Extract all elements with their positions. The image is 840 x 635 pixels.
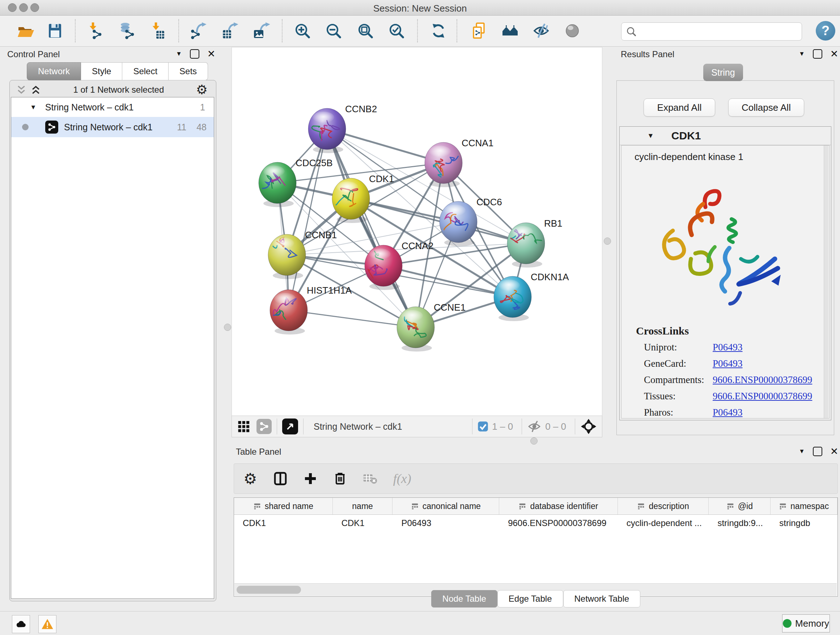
collapse-panel-icon[interactable]: ▼ — [799, 50, 805, 57]
collapse-panel-icon[interactable]: ▼ — [799, 448, 805, 455]
export-network-icon[interactable] — [190, 22, 208, 40]
tab-sets[interactable]: Sets — [169, 62, 208, 80]
show-columns-icon[interactable] — [273, 471, 287, 486]
network-node-cdc25b[interactable]: CDC25B — [259, 157, 333, 207]
collapse-entry-icon[interactable]: ▼ — [647, 132, 654, 140]
hide-selected-icon[interactable] — [532, 22, 550, 40]
network-node-ccnb2[interactable]: CCNB2 — [308, 103, 377, 153]
node-label: CDC6 — [477, 196, 502, 207]
network-node-ccne1[interactable]: CCNE1 — [397, 302, 466, 352]
collapse-all-button[interactable]: Collapse All — [728, 98, 804, 117]
node-label: CCNB1 — [305, 230, 337, 241]
table-options-gear-icon[interactable]: ⚙ — [243, 470, 257, 488]
crosslink-value[interactable]: P06493 — [713, 342, 829, 353]
float-panel-icon[interactable] — [190, 49, 199, 59]
open-session-icon[interactable] — [17, 22, 34, 40]
tab-node-table[interactable]: Node Table — [431, 590, 497, 608]
tab-select[interactable]: Select — [122, 62, 169, 80]
import-network-database-icon[interactable] — [118, 22, 135, 40]
crosslink-value[interactable]: 9606.ENSP00000378699 — [713, 391, 829, 402]
collapse-all-networks-icon[interactable] — [16, 84, 27, 95]
crosslink-row: Uniprot:P06493 — [622, 339, 829, 356]
table-cell[interactable]: cyclin-dependent ... — [618, 515, 709, 532]
tab-network-table[interactable]: Network Table — [563, 590, 641, 608]
table-cell[interactable]: CDK1 — [333, 515, 393, 532]
table-row[interactable]: CDK1CDK1P064939606.ENSP00000378699cyclin… — [234, 515, 837, 532]
import-table-file-icon[interactable] — [149, 22, 166, 40]
expand-all-button[interactable]: Expand All — [644, 98, 715, 117]
column-header-namespac[interactable]: namespac — [771, 498, 837, 515]
zoom-out-icon[interactable] — [325, 22, 342, 40]
cloud-button[interactable] — [12, 615, 30, 633]
zoom-selected-icon[interactable] — [388, 22, 405, 40]
refresh-view-icon[interactable] — [430, 22, 447, 40]
fit-content-crosshair-icon[interactable] — [580, 418, 597, 435]
search-input[interactable] — [639, 24, 802, 39]
tab-string[interactable]: String — [703, 64, 743, 81]
edge-count: 48 — [196, 122, 214, 133]
collapse-panel-icon[interactable]: ▼ — [176, 50, 182, 57]
close-panel-icon[interactable]: ✕ — [830, 448, 838, 455]
network-node-hist1h1a[interactable]: HIST1H1A — [270, 285, 352, 334]
grid-view-icon[interactable] — [238, 420, 251, 433]
function-builder-icon-disabled: f(x) — [393, 471, 411, 486]
clone-network-icon[interactable] — [470, 22, 488, 40]
left-splitter-handle[interactable] — [224, 324, 231, 331]
column-header-description[interactable]: description — [618, 498, 709, 515]
node-label: RB1 — [544, 218, 562, 229]
network-type-share-icon[interactable] — [256, 419, 272, 434]
tab-network[interactable]: Network — [27, 62, 81, 80]
column-header-name[interactable]: name — [333, 498, 393, 515]
memory-button[interactable]: Memory — [782, 614, 830, 632]
birdseye-view-icon[interactable] — [282, 418, 298, 434]
network-node-ccnb1[interactable]: CCNB1 — [263, 230, 337, 279]
network-graph[interactable]: CCNB2CCNA1CDC25BCDK1CDC6RB1CCNB1CCNA2CDK… — [232, 48, 602, 415]
crosslink-value[interactable]: P06493 — [713, 407, 829, 418]
network-collection-row[interactable]: ▼ String Network – cdk1 1 — [11, 97, 214, 117]
table-cell[interactable]: stringdb — [771, 515, 837, 532]
zoom-in-icon[interactable] — [294, 22, 311, 40]
show-all-icon[interactable] — [501, 22, 519, 40]
float-panel-icon[interactable] — [813, 49, 822, 59]
crosslink-value[interactable]: P06493 — [713, 358, 829, 369]
warning-button[interactable] — [38, 615, 57, 633]
float-panel-icon[interactable] — [813, 447, 822, 456]
close-panel-icon[interactable]: ✕ — [830, 50, 838, 58]
tab-edge-table[interactable]: Edge Table — [497, 590, 563, 608]
close-panel-icon[interactable]: ✕ — [207, 50, 216, 58]
network-tree: ▼ String Network – cdk1 1 String Network… — [11, 97, 214, 599]
column-header-canonical-name[interactable]: canonical name — [393, 498, 499, 515]
export-table-icon[interactable] — [221, 22, 239, 40]
tree-caret-icon[interactable]: ▼ — [30, 103, 36, 111]
create-column-icon[interactable] — [303, 472, 317, 486]
zoom-fit-icon[interactable] — [357, 22, 374, 40]
right-splitter-handle[interactable] — [604, 238, 611, 245]
network-node-rb1[interactable]: RB1 — [500, 218, 562, 268]
results-scrollbar[interactable] — [824, 146, 829, 418]
network-options-gear-icon[interactable]: ⚙ — [196, 83, 208, 96]
selected-checkbox-icon[interactable] — [477, 421, 488, 432]
column-header-shared-name[interactable]: shared name — [234, 498, 333, 515]
network-node-ccna1[interactable]: CCNA1 — [425, 138, 493, 187]
tab-style[interactable]: Style — [81, 62, 122, 80]
help-button[interactable]: ? — [816, 21, 835, 41]
collection-label: String Network – cdk1 — [45, 102, 134, 112]
network-row-selected[interactable]: String Network – cdk1 11 48 — [11, 117, 214, 137]
expand-all-networks-icon[interactable] — [30, 84, 41, 95]
import-network-file-icon[interactable] — [86, 22, 103, 40]
export-image-icon[interactable] — [253, 22, 271, 40]
hidden-eye-icon[interactable] — [527, 419, 542, 434]
table-cell[interactable]: stringdb:9... — [709, 515, 771, 532]
network-canvas[interactable]: CCNB2CCNA1CDC25BCDK1CDC6RB1CCNB1CCNA2CDK… — [232, 47, 602, 416]
network-node-cdkn1a[interactable]: CDKN1A — [494, 272, 569, 321]
graphics-details-icon[interactable] — [564, 22, 581, 40]
table-cell[interactable]: P06493 — [393, 515, 499, 532]
table-cell[interactable]: 9606.ENSP00000378699 — [499, 515, 618, 532]
column-header-database-identifier[interactable]: database identifier — [499, 498, 618, 515]
table-cell[interactable]: CDK1 — [234, 515, 333, 532]
horizontal-splitter-handle[interactable] — [531, 437, 538, 445]
crosslink-value[interactable]: 9606.ENSP00000378699 — [713, 374, 829, 386]
save-session-icon[interactable] — [46, 22, 64, 40]
column-header-@id[interactable]: @id — [709, 498, 771, 515]
delete-column-icon[interactable] — [333, 472, 347, 486]
